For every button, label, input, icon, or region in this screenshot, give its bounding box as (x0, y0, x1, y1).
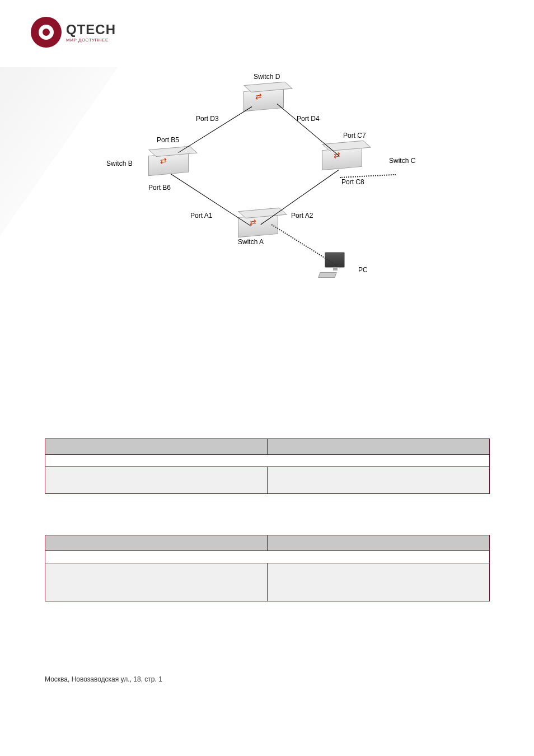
footer-address: Москва, Новозаводская ул., 18, стр. 1 (45, 675, 162, 683)
label-switch-c: Switch C (389, 157, 415, 165)
table-row (45, 455, 490, 467)
logo-main-text: QTECH (66, 22, 116, 38)
switch-b-icon: ⇄ (148, 154, 189, 181)
logo-sub-text: МИР ДОСТУПНЕЕ (66, 38, 116, 43)
label-port-b5: Port B5 (157, 136, 179, 144)
label-port-d4: Port D4 (297, 115, 320, 123)
logo-q-icon (31, 17, 62, 48)
config-table-2 (45, 535, 490, 601)
th-2 (268, 535, 490, 551)
table-row (45, 467, 490, 494)
td-b (268, 563, 490, 601)
th-1 (45, 535, 268, 551)
label-switch-b: Switch B (106, 160, 133, 167)
td-span (45, 551, 490, 563)
config-table-1 (45, 438, 490, 494)
label-switch-a: Switch A (238, 238, 264, 246)
th-1 (45, 439, 268, 455)
label-switch-d: Switch D (254, 73, 280, 81)
logo: QTECH МИР ДОСТУПНЕЕ (31, 17, 116, 48)
switch-c-icon: ⇄ (322, 148, 362, 175)
pc-icon (319, 252, 353, 280)
table-header-row (45, 535, 490, 551)
label-port-b6: Port B6 (148, 184, 171, 192)
td-a (45, 563, 268, 601)
th-2 (268, 439, 490, 455)
td-a (45, 467, 268, 494)
line-d-b (178, 106, 252, 153)
line-d-c (277, 104, 340, 156)
label-port-c8: Port C8 (341, 178, 364, 186)
td-span (45, 455, 490, 467)
table-row (45, 551, 490, 563)
switch-d-icon: ⇄ (243, 90, 284, 116)
table-header-row (45, 439, 490, 455)
label-port-a2: Port A2 (291, 212, 313, 220)
label-port-c7: Port C7 (343, 132, 366, 139)
logo-region: QTECH МИР ДОСТУПНЕЕ (0, 0, 134, 67)
label-pc: PC (358, 266, 368, 274)
td-b (268, 467, 490, 494)
table-row (45, 563, 490, 601)
label-port-a1: Port A1 (190, 212, 212, 220)
label-port-d3: Port D3 (196, 115, 219, 123)
network-diagram: ⇄ ⇄ ⇄ ⇄ Switch D Port D3 Port D4 Port B5… (98, 67, 434, 291)
dotted-line-a-pc (271, 224, 333, 264)
